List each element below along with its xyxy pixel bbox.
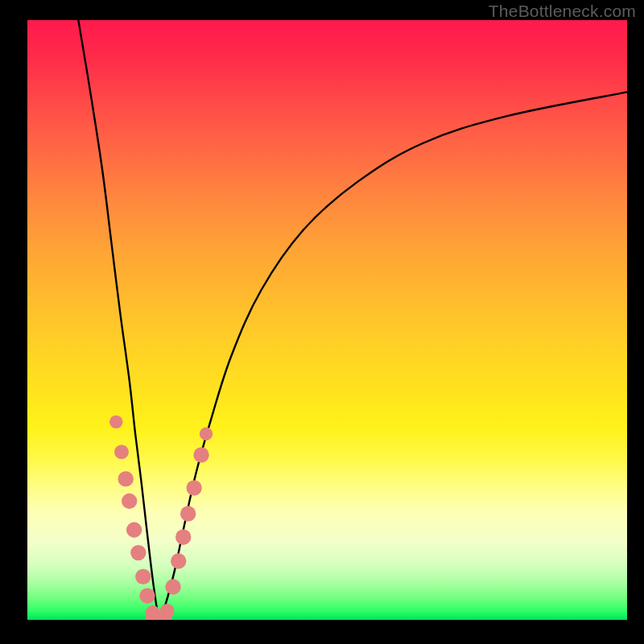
dot-right-2	[171, 553, 186, 568]
bottleneck-curve	[27, 20, 627, 620]
curve-left-branch	[78, 20, 159, 620]
chart-frame: TheBottleneck.com	[0, 0, 644, 644]
dot-left-7	[139, 588, 155, 604]
dot-right-3	[175, 530, 191, 545]
dot-left-1	[114, 444, 129, 459]
dot-right-7	[200, 427, 213, 440]
dot-right-1	[165, 579, 180, 594]
watermark-text: TheBottleneck.com	[489, 2, 636, 21]
dot-right-6	[193, 447, 208, 462]
dot-left-0	[109, 415, 122, 428]
dot-right-5	[186, 480, 201, 495]
dot-left-3	[122, 493, 137, 509]
dot-left-2	[118, 471, 133, 486]
curve-right-branch	[159, 92, 627, 620]
dot-left-5	[130, 545, 146, 560]
plot-area	[27, 20, 627, 620]
dot-right-4	[180, 506, 196, 521]
dot-left-4	[126, 522, 142, 538]
dot-left-6	[135, 569, 151, 584]
